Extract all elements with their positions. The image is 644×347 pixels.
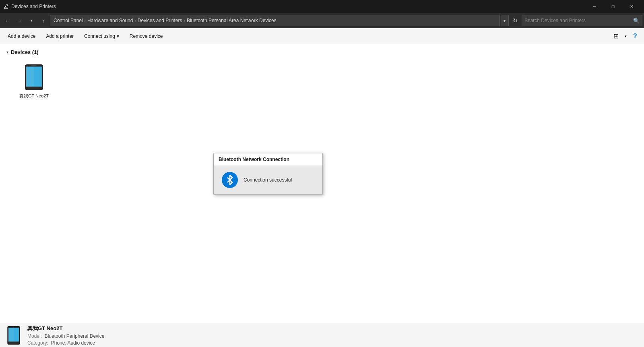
title-bar: 🖨 Devices and Printers ─ □ ✕ [0, 0, 644, 13]
bluetooth-dialog: Bluetooth Network Connection Connection … [213, 153, 323, 195]
status-model-value: Bluetooth Peripheral Device [45, 333, 105, 339]
status-device-name: 真我GT Neo2T [27, 325, 104, 332]
svg-rect-4 [26, 87, 42, 89]
svg-rect-11 [8, 341, 19, 343]
window-icon: 🖨 [3, 3, 9, 10]
bluetooth-message: Connection successful [244, 177, 292, 183]
breadcrumb: Control Panel › Hardware and Sound › Dev… [50, 15, 500, 26]
status-bar: 真我GT Neo2T Model: Bluetooth Peripheral D… [0, 323, 644, 347]
up-button[interactable]: ↑ [38, 15, 49, 26]
breadcrumb-dropdown-button[interactable]: ▾ [501, 15, 509, 26]
svg-point-12 [13, 326, 14, 328]
main-content: ▾ Devices (1) [0, 44, 644, 323]
search-box-wrap: 🔍 [522, 15, 642, 26]
device-grid: 真我GT Neo2T [6, 59, 638, 103]
status-category-value: Phone; Audio device [51, 340, 95, 346]
bluetooth-dialog-title: Bluetooth Network Connection [214, 153, 322, 165]
minimize-button[interactable]: ─ [585, 0, 604, 13]
status-info: 真我GT Neo2T Model: Bluetooth Peripheral D… [27, 325, 104, 346]
device-phone-icon [23, 64, 45, 91]
back-button[interactable]: ← [2, 15, 13, 26]
forward-button[interactable]: → [14, 15, 25, 26]
devices-section: ▾ Devices (1) [0, 44, 644, 108]
change-view-dropdown[interactable]: ▾ [622, 31, 629, 42]
svg-rect-10 [8, 328, 14, 341]
window-title: Devices and Printers [11, 4, 585, 9]
help-button[interactable]: ? [630, 31, 641, 42]
search-input[interactable] [524, 18, 633, 23]
breadcrumb-control-panel[interactable]: Control Panel [54, 18, 83, 23]
window-controls: ─ □ ✕ [585, 0, 641, 13]
status-category-label: Category: [27, 340, 48, 346]
bluetooth-icon-circle [222, 172, 238, 188]
change-view-button[interactable]: ⊞ [610, 31, 621, 42]
add-printer-button[interactable]: Add a printer [41, 31, 78, 42]
bluetooth-icon [225, 175, 234, 185]
status-model-label: Model: [27, 333, 42, 339]
device-icon-wrap [20, 63, 48, 91]
connect-using-button[interactable]: Connect using ▾ [80, 31, 124, 42]
status-device-icon [6, 326, 21, 345]
search-icon: 🔍 [633, 18, 640, 24]
toolbar: Add a device Add a printer Connect using… [0, 28, 644, 44]
breadcrumb-devices-printers[interactable]: Devices and Printers [138, 18, 182, 23]
device-item-neo2t[interactable]: 真我GT Neo2T [13, 59, 55, 103]
recent-locations-button[interactable]: ▾ [26, 15, 37, 26]
svg-rect-3 [26, 67, 34, 87]
maximize-button[interactable]: □ [604, 0, 622, 13]
bluetooth-dialog-body: Connection successful [214, 165, 322, 194]
refresh-button[interactable]: ↻ [510, 15, 521, 26]
section-chevron: ▾ [6, 50, 8, 54]
svg-rect-6 [31, 65, 36, 66]
devices-section-title: Devices (1) [11, 49, 39, 55]
view-controls: ⊞ ▾ ? [610, 31, 641, 42]
breadcrumb-current: Bluetooth Personal Area Network Devices [187, 18, 277, 23]
status-model: Model: Bluetooth Peripheral Device [27, 333, 104, 339]
remove-device-button[interactable]: Remove device [125, 31, 167, 42]
device-name-neo2t: 真我GT Neo2T [19, 93, 49, 99]
breadcrumb-hardware-sound[interactable]: Hardware and Sound [87, 18, 133, 23]
status-category: Category: Phone; Audio device [27, 340, 104, 346]
devices-section-header[interactable]: ▾ Devices (1) [6, 49, 638, 55]
add-device-button[interactable]: Add a device [3, 31, 40, 42]
address-bar: ← → ▾ ↑ Control Panel › Hardware and Sou… [0, 13, 644, 28]
close-button[interactable]: ✕ [622, 0, 641, 13]
